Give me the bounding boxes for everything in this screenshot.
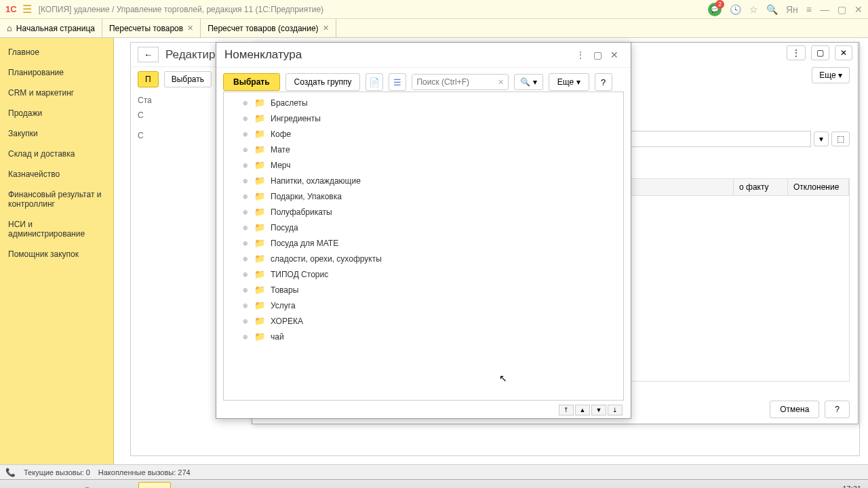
nav-main[interactable]: Главное [0, 42, 113, 62]
tree-item[interactable]: ⊕📁Посуда [224, 220, 623, 235]
expand-icon[interactable]: ⊕ [243, 333, 249, 340]
primary-action[interactable]: П [138, 71, 159, 87]
scroll-top-icon[interactable]: ⤒ [559, 405, 574, 415]
select-button[interactable]: Выбрать [223, 73, 280, 91]
expand-icon[interactable]: ⊕ [243, 224, 249, 231]
nav-sales[interactable]: Продажи [0, 103, 113, 123]
obs-icon[interactable]: ⬤ [206, 482, 239, 489]
window-close-icon[interactable]: ✕ [835, 45, 852, 60]
tree-item[interactable]: ⊕📁Мерч [224, 157, 623, 173]
clear-search-icon[interactable]: ✕ [494, 78, 508, 87]
nomenclature-tree[interactable]: ⊕📁Браслеты⊕📁Ингредиенты⊕📁Кофе⊕📁Мате⊕📁Мер… [223, 92, 624, 401]
nav-treasury[interactable]: Казначейство [0, 164, 113, 184]
cancel-button[interactable]: Отмена [770, 401, 819, 418]
tab-close-icon[interactable]: ✕ [323, 24, 329, 33]
tab-recount-create[interactable]: Пересчет товаров (создание) ✕ [201, 19, 336, 37]
search-input[interactable] [412, 75, 494, 89]
tab-recounts[interactable]: Пересчеты товаров ✕ [102, 19, 201, 37]
menu-bars-icon[interactable]: ≡ [806, 4, 812, 15]
yandex-browser-icon[interactable]: Ⓨ [71, 482, 103, 489]
nav-warehouse[interactable]: Склад и доставка [0, 144, 113, 164]
open-icon[interactable]: ⬚ [831, 131, 850, 146]
window-maximize-icon[interactable]: ▢ [811, 45, 829, 60]
expand-icon[interactable]: ⊕ [243, 271, 249, 278]
kebab-icon[interactable]: ⋮ [787, 45, 806, 60]
help-button-3[interactable]: ? [595, 73, 612, 91]
tree-item[interactable]: ⊕📁Мате [224, 142, 623, 157]
close-icon[interactable]: ✕ [854, 4, 863, 15]
user-label[interactable]: Ян [786, 4, 798, 15]
scroll-bottom-icon[interactable]: ⤓ [608, 405, 623, 415]
tree-item[interactable]: ⊕📁Посуда для МАТЕ [224, 235, 623, 251]
tree-item[interactable]: ⊕📁Напитки, охлаждающие [224, 173, 623, 188]
tab-bar: ⌂ Начальная страница Пересчеты товаров ✕… [0, 19, 868, 38]
create-group-button[interactable]: Создать группу [285, 73, 361, 91]
tree-item-label: Посуда [271, 223, 298, 232]
expand-icon[interactable]: ⊕ [243, 131, 249, 138]
notification-badge[interactable]: 💬 [708, 3, 722, 16]
tree-item[interactable]: ⊕📁Подарки, Упаковка [224, 188, 623, 204]
scroll-down-icon[interactable]: ▼ [591, 405, 606, 415]
search-icon[interactable]: 🔍 [766, 4, 778, 15]
scroll-up-icon[interactable]: ▲ [575, 405, 590, 415]
tray-clock[interactable]: 17:31 01.09.2023 [824, 485, 861, 488]
tree-item[interactable]: ⊕📁Кофе [224, 126, 623, 142]
nav-planning[interactable]: Планирование [0, 62, 113, 83]
telegram-icon[interactable]: ✈ [172, 482, 205, 489]
history-icon[interactable]: 🕓 [730, 4, 741, 15]
search-button[interactable]: 🔍 ▾ [514, 74, 542, 90]
modal-close-icon[interactable]: ✕ [606, 49, 623, 60]
list-view-icon[interactable]: ☰ [389, 73, 406, 91]
app-icon-1[interactable]: 🖥 [104, 482, 137, 489]
expand-icon[interactable]: ⊕ [243, 115, 249, 122]
expand-icon[interactable]: ⊕ [243, 100, 249, 106]
tree-item[interactable]: ⊕📁ТИПОД Сторис [224, 266, 623, 282]
tree-item[interactable]: ⊕📁чай [224, 329, 623, 344]
tree-item[interactable]: ⊕📁Услуга [224, 298, 623, 313]
tree-item[interactable]: ⊕📁Ингредиенты [224, 110, 623, 126]
tree-item-label: Услуга [271, 301, 296, 310]
minimize-icon[interactable]: — [820, 4, 829, 15]
select-button[interactable]: Выбрать [164, 71, 212, 87]
tree-item[interactable]: ⊕📁Браслеты [224, 95, 623, 110]
more-button-4[interactable]: Еще ▾ [549, 73, 589, 91]
expand-icon[interactable]: ⊕ [243, 146, 249, 153]
more-button-3[interactable]: Еще ▾ [812, 67, 850, 83]
modal-kebab-icon[interactable]: ⋮ [572, 49, 589, 60]
start-button[interactable]: ⊞ [3, 482, 35, 489]
hamburger-icon[interactable]: ☰ [22, 3, 32, 16]
back-button[interactable]: ← [138, 47, 159, 62]
nav-purchase-helper[interactable]: Помощник закупок [0, 244, 113, 264]
nav-finresult[interactable]: Финансовый результат и контроллинг [0, 184, 113, 214]
current-calls: Текущие вызовы: 0 [24, 468, 90, 476]
folder-icon: 📁 [254, 269, 265, 279]
tree-item[interactable]: ⊕📁Полуфабрикаты [224, 204, 623, 220]
maximize-icon[interactable]: ▢ [837, 4, 846, 15]
dropdown-icon[interactable]: ▾ [814, 131, 829, 146]
nav-nsi[interactable]: НСИ и администрирование [0, 214, 113, 244]
expand-icon[interactable]: ⊕ [243, 162, 249, 169]
expand-icon[interactable]: ⊕ [243, 240, 249, 247]
expand-icon[interactable]: ⊕ [243, 209, 249, 216]
expand-icon[interactable]: ⊕ [243, 193, 249, 200]
tab-close-icon[interactable]: ✕ [187, 24, 193, 33]
help-button-2[interactable]: ? [825, 401, 850, 418]
tree-item[interactable]: ⊕📁ХОРЕКА [224, 313, 623, 329]
folder-icon: 📁 [254, 285, 265, 295]
expand-icon[interactable]: ⊕ [243, 302, 249, 309]
create-item-icon[interactable]: 📄 [366, 73, 383, 91]
tree-item[interactable]: ⊕📁сладости, орехи, сухофрукты [224, 251, 623, 266]
nav-purchases[interactable]: Закупки [0, 123, 113, 144]
tree-item[interactable]: ⊕📁Товары [224, 282, 623, 298]
1c-taskbar-icon[interactable]: 1С [138, 482, 171, 489]
nav-crm[interactable]: CRM и маркетинг [0, 83, 113, 103]
folder-icon: 📁 [254, 316, 265, 326]
explorer-icon[interactable]: 📁 [37, 482, 69, 489]
tab-home[interactable]: ⌂ Начальная страница [0, 19, 102, 37]
expand-icon[interactable]: ⊕ [243, 318, 249, 325]
expand-icon[interactable]: ⊕ [243, 287, 249, 293]
expand-icon[interactable]: ⊕ [243, 256, 249, 262]
modal-maximize-icon[interactable]: ▢ [589, 49, 606, 60]
favorite-icon[interactable]: ☆ [749, 4, 758, 15]
expand-icon[interactable]: ⊕ [243, 178, 249, 184]
